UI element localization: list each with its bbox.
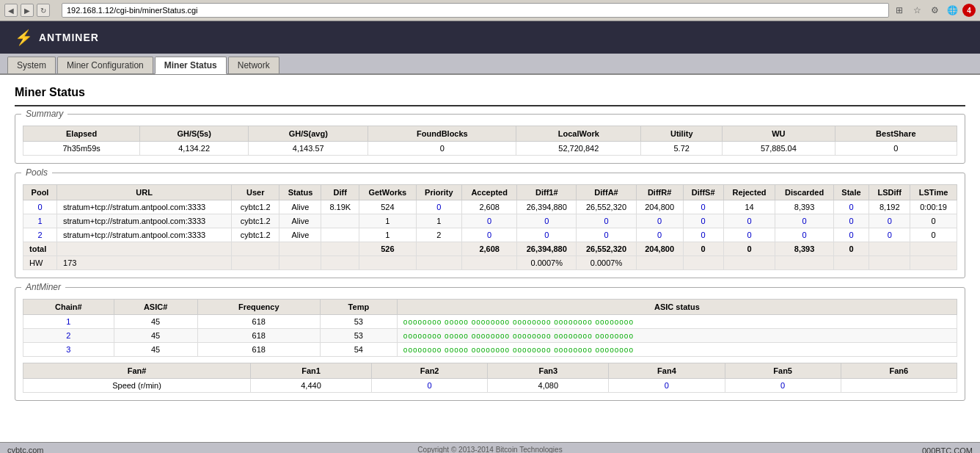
pool-1-status: Alive bbox=[279, 214, 321, 228]
refresh-button[interactable]: ↻ bbox=[37, 4, 50, 17]
hw-empty11 bbox=[833, 256, 869, 270]
pool-2-diff bbox=[321, 228, 359, 242]
pool-0-discarded: 8,393 bbox=[775, 200, 833, 214]
chain-row-3: 3 45 618 54 oooooooo ooooo oooooooo oooo… bbox=[23, 343, 957, 357]
col-priority: Priority bbox=[416, 185, 462, 200]
total-diff1: 26,394,880 bbox=[517, 242, 577, 256]
col-fan6: Fan6 bbox=[841, 363, 957, 379]
pool-1-diffa: 0 bbox=[577, 214, 636, 228]
chain-row-2: 2 45 618 53 oooooooo ooooo oooooooo oooo… bbox=[23, 329, 957, 343]
pool-0-stale: 0 bbox=[833, 200, 869, 214]
col-wu: WU bbox=[723, 126, 835, 142]
pool-1-getworks: 1 bbox=[359, 214, 417, 228]
logo-text: ANTMINER bbox=[39, 32, 99, 43]
pool-2-diff1: 0 bbox=[517, 228, 577, 242]
total-lstime bbox=[910, 242, 957, 256]
col-diffs: DiffS# bbox=[683, 185, 723, 200]
fan1-speed: 4,440 bbox=[251, 379, 372, 393]
col-bestshare: BestShare bbox=[835, 126, 957, 142]
col-asic-status: ASIC status bbox=[397, 300, 957, 315]
hw-empty2 bbox=[279, 256, 321, 270]
total-rejected: 0 bbox=[723, 242, 775, 256]
footer-left: cybtc.com bbox=[7, 446, 44, 453]
summary-row: 7h35m59s 4,134.22 4,143.57 0 52,720,842 … bbox=[23, 142, 957, 156]
pool-row-1: 1 stratum+tcp://stratum.antpool.com:3333… bbox=[23, 214, 957, 228]
hw-pct1: 0.0007% bbox=[517, 256, 577, 270]
bookmark-icon: ⊞ bbox=[892, 3, 907, 18]
pool-2-status: Alive bbox=[279, 228, 321, 242]
pool-row-2: 2 stratum+tcp://stratum.antpool.com:3333… bbox=[23, 228, 957, 242]
val-ghs5s: 4,134.22 bbox=[140, 142, 249, 156]
pool-0-diff1: 26,394,880 bbox=[517, 200, 577, 214]
chain-2-asic: 45 bbox=[114, 329, 197, 343]
pool-2-rejected: 0 bbox=[723, 228, 775, 242]
pool-1-diff bbox=[321, 214, 359, 228]
footer-center: Copyright © 2013-2014 Bitcoin Technologi… bbox=[417, 446, 562, 453]
pool-1-rejected: 0 bbox=[723, 214, 775, 228]
tab-system[interactable]: System bbox=[7, 57, 56, 73]
address-bar[interactable] bbox=[62, 3, 889, 18]
hw-empty9 bbox=[723, 256, 775, 270]
tab-miner-status[interactable]: Miner Status bbox=[155, 57, 227, 74]
antminer-section: AntMiner Chain# ASIC# Frequency Temp ASI… bbox=[15, 287, 965, 401]
forward-button[interactable]: ▶ bbox=[21, 4, 34, 17]
col-lsdiff: LSDiff bbox=[869, 185, 910, 200]
pools-table: Pool URL User Status Diff GetWorks Prior… bbox=[23, 184, 957, 270]
col-fan5: Fan5 bbox=[725, 363, 841, 379]
col-fan4: Fan4 bbox=[609, 363, 725, 379]
back-button[interactable]: ◀ bbox=[4, 4, 18, 17]
hw-empty1 bbox=[232, 256, 279, 270]
pool-2-lstime: 0 bbox=[910, 228, 957, 242]
col-rejected: Rejected bbox=[723, 185, 775, 200]
chain-3-id: 3 bbox=[23, 343, 114, 357]
pool-0-lstime: 0:00:19 bbox=[910, 200, 957, 214]
total-status bbox=[279, 242, 321, 256]
footer: cybtc.com Copyright © 2013-2014 Bitcoin … bbox=[0, 442, 980, 453]
chain-1-id: 1 bbox=[23, 315, 114, 329]
hw-empty6 bbox=[462, 256, 517, 270]
pool-2-priority: 2 bbox=[416, 228, 462, 242]
hw-empty4 bbox=[359, 256, 417, 270]
val-ghsavg: 4,143.57 bbox=[249, 142, 368, 156]
chain-2-id: 2 bbox=[23, 329, 114, 343]
pool-1-url: stratum+tcp://stratum.antpool.com:3333 bbox=[57, 214, 232, 228]
page-title: Miner Status bbox=[15, 86, 965, 106]
pool-1-diffr: 0 bbox=[636, 214, 683, 228]
hw-empty10 bbox=[775, 256, 833, 270]
hw-empty7 bbox=[636, 256, 683, 270]
pool-2-url: stratum+tcp://stratum.antpool.com:3333 bbox=[57, 228, 232, 242]
pool-2-diffr: 0 bbox=[636, 228, 683, 242]
hw-empty3 bbox=[321, 256, 359, 270]
col-utility: Utility bbox=[641, 126, 723, 142]
summary-section: Summary Elapsed GH/S(5s) GH/S(avg) Found… bbox=[15, 114, 965, 164]
val-wu: 57,885.04 bbox=[723, 142, 835, 156]
col-pool: Pool bbox=[23, 185, 57, 200]
chain-2-status: oooooooo ooooo oooooooo oooooooo ooooooo… bbox=[397, 329, 957, 343]
summary-inner: Elapsed GH/S(5s) GH/S(avg) FoundBlocks L… bbox=[15, 118, 965, 163]
pool-0-diffr: 204,800 bbox=[636, 200, 683, 214]
pool-1-priority: 1 bbox=[416, 214, 462, 228]
pool-0-getworks: 524 bbox=[359, 200, 417, 214]
fan3-speed: 4,080 bbox=[488, 379, 609, 393]
pools-section: Pools Pool URL User Status Diff GetWorks… bbox=[15, 173, 965, 278]
hw-label: HW bbox=[23, 256, 57, 270]
fan-speed-row: Speed (r/min) 4,440 0 4,080 0 0 bbox=[23, 379, 957, 393]
pools-inner: Pool URL User Status Diff GetWorks Prior… bbox=[15, 177, 965, 278]
pool-2-getworks: 1 bbox=[359, 228, 417, 242]
fan-table: Fan# Fan1 Fan2 Fan3 Fan4 Fan5 Fan6 Speed… bbox=[23, 363, 957, 393]
pool-0-status: Alive bbox=[279, 200, 321, 214]
col-chain: Chain# bbox=[23, 300, 114, 315]
antminer-inner: Chain# ASIC# Frequency Temp ASIC status … bbox=[15, 291, 965, 400]
logo-icon: ⚡ bbox=[15, 29, 33, 46]
col-localwork: LocalWork bbox=[516, 126, 641, 142]
main-content: Miner Status Summary Elapsed GH/S(5s) GH… bbox=[0, 75, 980, 442]
total-url bbox=[57, 242, 232, 256]
chain-1-asic: 45 bbox=[114, 315, 197, 329]
tab-network[interactable]: Network bbox=[228, 57, 279, 73]
col-fan3: Fan3 bbox=[488, 363, 609, 379]
pool-row-0: 0 stratum+tcp://stratum.antpool.com:3333… bbox=[23, 200, 957, 214]
tab-miner-configuration[interactable]: Miner Configuration bbox=[57, 57, 153, 73]
extension-icon: 🌐 bbox=[945, 3, 959, 18]
extension-badge: 4 bbox=[962, 4, 976, 17]
val-foundblocks: 0 bbox=[368, 142, 516, 156]
